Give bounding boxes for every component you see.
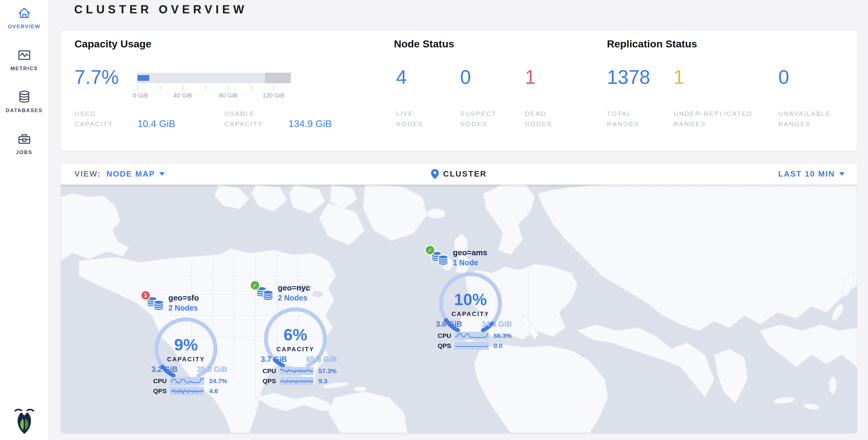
qps-value: 4.6 (209, 387, 218, 395)
cpu-value: 66.3% (494, 332, 512, 339)
axis-tick (137, 86, 138, 90)
node-status-title: Node Status (394, 38, 454, 50)
under-replicated-ranges-label: UNDER-REPLICATED RANGES (674, 108, 752, 129)
sidebar-item-metrics[interactable]: METRICS (0, 48, 48, 72)
used-capacity: 3.6 GiB (436, 320, 462, 328)
sidebar-item-label: JOBS (0, 150, 48, 156)
locality-geo-nyc[interactable]: ✓ geo=nyc 2 Nodes (243, 280, 355, 386)
axis-tick (274, 86, 274, 90)
locality-name: geo=nyc (278, 283, 310, 293)
sidebar-item-label: DATABASES (0, 107, 48, 114)
capacity-percent: 10% (434, 290, 507, 309)
qps-label: QPS (438, 342, 455, 349)
qps-label: QPS (262, 377, 280, 385)
axis-tick (206, 86, 206, 90)
total-ranges-label: TOTAL RANGES (607, 108, 640, 129)
qps-label: QPS (153, 387, 170, 395)
locality-geo-sfo[interactable]: 1 geo=sfo 2 Nodes (134, 290, 246, 396)
axis-tick (251, 86, 252, 90)
capacity-label: CAPACITY (434, 311, 507, 318)
location-pin-icon (431, 169, 439, 179)
replication-status-title: Replication Status (607, 38, 697, 50)
axis-tick (228, 86, 229, 90)
cluster-overview-page: OVERVIEW METRICS DATABASES (0, 0, 868, 440)
qps-value: 0.0 (494, 342, 502, 349)
capacity-percent: 9% (150, 335, 222, 354)
locality-name: geo=sfo (168, 293, 199, 303)
suspect-nodes-label: SUSPECT NODES (460, 108, 497, 129)
sidebar-item-label: METRICS (0, 66, 48, 72)
sidebar-item-overview[interactable]: OVERVIEW (0, 5, 48, 30)
total-ranges-count: 1378 (607, 66, 650, 88)
locality-node-count[interactable]: 2 Nodes (278, 293, 307, 302)
breadcrumb[interactable]: CLUSTER (61, 163, 857, 184)
time-range-dropdown[interactable]: LAST 10 MIN (778, 163, 845, 184)
capacity-bar-track (137, 73, 291, 83)
map-toolbar: VIEW: NODE MAP CLUSTER LAST 10 MIN (61, 163, 857, 185)
metrics-icon (17, 48, 32, 63)
capacity-percent: 6% (259, 325, 332, 344)
locality-node-count[interactable]: 2 Nodes (168, 304, 198, 312)
total-capacity: 35.0 GiB (197, 365, 227, 374)
locality-node-count[interactable]: 1 Node (453, 258, 478, 267)
sidebar: OVERVIEW METRICS DATABASES (0, 0, 49, 440)
cpu-sparkline (455, 332, 489, 340)
cpu-value: 57.3% (318, 367, 337, 375)
chevron-down-icon (839, 172, 845, 176)
cockroachdb-logo[interactable] (14, 407, 35, 435)
sidebar-item-label: OVERVIEW (0, 24, 48, 30)
qps-sparkline (455, 342, 489, 350)
node-map: 1 geo=sfo 2 Nodes (61, 185, 857, 433)
sidebar-item-jobs[interactable]: JOBS (0, 131, 48, 156)
usable-capacity-value: 134.9 GiB (288, 118, 332, 129)
capacity-usage-title: Capacity Usage (74, 38, 151, 50)
cpu-label: CPU (262, 367, 280, 375)
unavailable-ranges-count: 0 (778, 66, 789, 88)
healthy-check-badge: ✓ (425, 245, 435, 255)
capacity-label: CAPACITY (259, 346, 332, 353)
sidebar-item-databases[interactable]: DATABASES (0, 89, 48, 114)
qps-sparkline (170, 387, 204, 395)
axis-tick-label: 0 GiB (133, 92, 148, 99)
live-nodes-count: 4 (396, 66, 407, 88)
qps-sparkline (280, 377, 314, 385)
home-icon (17, 5, 32, 21)
cpu-sparkline (280, 367, 314, 375)
axis-tick-label: 80 GiB (219, 92, 237, 99)
cpu-sparkline (170, 377, 204, 385)
under-replicated-ranges-count: 1 (674, 66, 684, 88)
summary-card: Capacity Usage 7.7% 0 GiB 40 GiB 80 GiB … (61, 30, 857, 151)
error-count-badge: 1 (141, 290, 151, 301)
capacity-label: CAPACITY (150, 356, 222, 363)
locality-geo-ams[interactable]: ✓ geo=ams 1 Node (418, 244, 531, 351)
live-nodes-label: LIVE NODES (396, 108, 423, 129)
unavailable-ranges-label: UNAVAILABLE RANGES (778, 108, 831, 129)
used-capacity-label: USED CAPACITY (74, 108, 113, 129)
dead-nodes-label: DEAD NODES (525, 108, 552, 129)
usable-capacity-label: USABLE CAPACITY (224, 108, 263, 129)
used-capacity-value: 10.4 GiB (137, 118, 175, 129)
page-title: CLUSTER OVERVIEW (74, 3, 247, 16)
capacity-bar-reserved (265, 73, 291, 83)
axis-tick (183, 86, 183, 90)
qps-value: 9.3 (318, 377, 327, 385)
axis-tick-label: 120 GiB (262, 92, 284, 99)
capacity-bar-fill (137, 75, 149, 81)
axis-tick (160, 86, 160, 90)
capacity-bar: 0 GiB 40 GiB 80 GiB 120 GiB (137, 73, 291, 83)
healthy-check-badge: ✓ (250, 280, 260, 290)
suspect-nodes-count: 0 (460, 66, 471, 88)
total-capacity: 65.6 GiB (306, 355, 337, 364)
total-capacity: 34.3 GiB (482, 320, 512, 328)
cpu-value: 24.7% (209, 377, 227, 385)
locality-name: geo=ams (453, 248, 487, 257)
cpu-label: CPU (438, 332, 455, 339)
capacity-used-percent: 7.7% (74, 66, 119, 88)
used-capacity: 3.2 GiB (151, 365, 178, 374)
scope-label: CLUSTER (443, 169, 487, 179)
cpu-label: CPU (153, 377, 170, 385)
dead-nodes-count: 1 (525, 66, 536, 88)
databases-icon (17, 89, 32, 104)
jobs-icon (17, 131, 32, 147)
axis-tick-label: 40 GiB (173, 92, 192, 99)
